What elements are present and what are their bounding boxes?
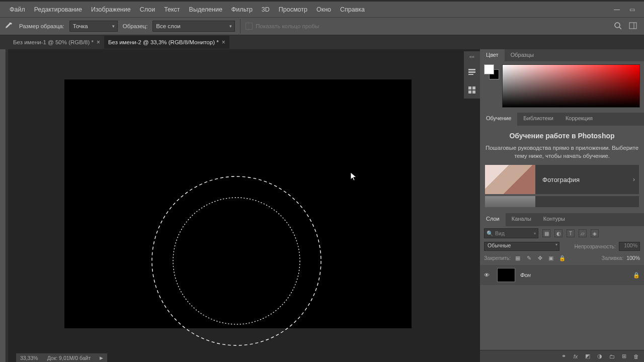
tab-color[interactable]: Цвет [480, 49, 505, 61]
link-layers-icon[interactable]: ⚭ [558, 351, 569, 361]
selection-marquee [8, 49, 461, 361]
tab-paths[interactable]: Контуры [537, 213, 571, 226]
tab-learn[interactable]: Обучение [480, 113, 517, 126]
canvas-area[interactable]: 33,33% Док: 9,01M/0 байт ▶ [8, 49, 480, 362]
minimize-button[interactable]: — [610, 5, 624, 15]
collapse-chevron-icon[interactable]: «« [469, 54, 474, 59]
mouse-cursor-icon [350, 172, 357, 181]
document-tab-1[interactable]: Без имени-1 @ 50% (RGB/8) * × [9, 36, 104, 49]
show-ring-checkbox[interactable]: Показать кольцо пробы [246, 23, 319, 30]
svg-rect-2 [629, 23, 636, 29]
color-panel-tabs: Цвет Образцы [480, 49, 644, 61]
color-picker-field[interactable] [502, 64, 640, 108]
svg-rect-9 [468, 86, 471, 89]
filter-adjust-icon[interactable]: ◐ [554, 229, 562, 237]
svg-line-1 [619, 27, 621, 29]
menu-file[interactable]: Файл [5, 3, 30, 16]
group-icon[interactable]: 🗀 [607, 351, 617, 361]
svg-rect-8 [468, 74, 473, 75]
menu-window[interactable]: Окно [312, 3, 336, 16]
filter-pixel-icon[interactable]: ▦ [542, 229, 550, 237]
visibility-eye-icon[interactable]: 👁 [484, 272, 492, 278]
card-thumbnail [485, 196, 535, 207]
layer-filter-dropdown[interactable]: 🔍Вид [484, 228, 538, 238]
svg-rect-10 [472, 86, 475, 89]
tab-label: Без имени-1 @ 50% (RGB/8) * [13, 39, 94, 45]
maximize-button[interactable]: ▭ [625, 5, 639, 15]
sample-label: Образец: [123, 23, 148, 29]
properties-panel-icon[interactable] [466, 84, 477, 96]
tab-channels[interactable]: Каналы [506, 213, 537, 226]
close-icon[interactable]: × [97, 39, 100, 46]
lock-brush-icon[interactable]: ✎ [525, 254, 533, 262]
adjustment-layer-icon[interactable]: ◑ [595, 351, 605, 361]
filter-type-icon[interactable]: T [567, 229, 575, 237]
learn-card-next[interactable] [485, 196, 639, 207]
blend-mode-dropdown[interactable]: Обычные [484, 242, 559, 251]
chevron-right-icon: › [633, 176, 639, 183]
right-panel-dock: «« Цвет Образцы Обучение Библиотеки Корр… [480, 49, 644, 362]
eyedropper-tool-icon[interactable] [3, 21, 14, 32]
lock-icon[interactable]: 🔒 [633, 272, 640, 279]
document-tab-2[interactable]: Без имени-2 @ 33,3% (RGB/8/Монитор) * × [104, 36, 229, 49]
layers-filter-row: 🔍Вид ▦ ◐ T ▱ ◈ [480, 226, 644, 240]
fill-field[interactable]: 100% [626, 255, 640, 261]
layers-blend-row: Обычные Непрозрачность: 100% [480, 240, 644, 252]
svg-rect-12 [472, 90, 475, 94]
menu-filter[interactable]: Фильтр [227, 3, 257, 16]
learn-title: Обучение работе в Photoshop [485, 132, 639, 140]
lock-all-icon[interactable]: 🔒 [558, 254, 566, 262]
workspace-icon[interactable] [629, 22, 637, 31]
filter-smart-icon[interactable]: ◈ [591, 229, 599, 237]
menu-select[interactable]: Выделение [185, 3, 227, 16]
layers-lock-row: Закрепить: ▦ ✎ ✥ ▣ 🔒 Заливка: 100% [480, 252, 644, 263]
layer-style-icon[interactable]: fx [571, 351, 581, 361]
sample-size-label: Размер образца: [19, 23, 64, 29]
menu-layer[interactable]: Слои [135, 3, 159, 16]
svg-rect-6 [468, 69, 475, 70]
learn-card-photography[interactable]: Фотография › [485, 165, 639, 194]
filter-shape-icon[interactable]: ▱ [579, 229, 587, 237]
doc-size[interactable]: Док: 9,01M/0 байт [47, 355, 91, 361]
search-icon[interactable] [614, 22, 622, 31]
layer-thumbnail[interactable] [497, 268, 515, 282]
menu-3d[interactable]: 3D [257, 3, 274, 16]
sample-size-dropdown[interactable]: Точка [69, 21, 118, 32]
delete-layer-icon[interactable]: 🗑 [631, 351, 641, 361]
menu-image[interactable]: Изображение [87, 3, 135, 16]
foreground-color-swatch[interactable] [484, 64, 494, 74]
tab-libraries[interactable]: Библиотеки [517, 113, 559, 126]
history-panel-icon[interactable] [466, 66, 477, 77]
zoom-level[interactable]: 33,33% [20, 355, 38, 361]
tab-label: Без имени-2 @ 33,3% (RGB/8/Монитор) * [108, 39, 219, 45]
svg-point-0 [615, 23, 620, 28]
layers-bottom-toolbar: ⚭ fx ◩ ◑ 🗀 ⊞ 🗑 [480, 350, 644, 362]
card-thumbnail [485, 165, 535, 194]
lock-artboard-icon[interactable]: ▣ [547, 254, 555, 262]
layer-name[interactable]: Фон [520, 272, 531, 278]
collapsed-panel-dock: «« [464, 51, 480, 99]
sample-dropdown[interactable]: Все слои [152, 21, 235, 32]
opacity-label: Непрозрачность: [575, 243, 616, 249]
menu-help[interactable]: Справка [336, 3, 369, 16]
learn-subtitle: Пошаговые руководства прямо в приложении… [485, 144, 639, 160]
layer-row-background[interactable]: 👁 Фон 🔒 [480, 265, 644, 285]
lock-transparency-icon[interactable]: ▦ [514, 254, 522, 262]
opacity-field[interactable]: 100% [619, 242, 640, 251]
menu-edit[interactable]: Редактирование [30, 3, 87, 16]
lock-position-icon[interactable]: ✥ [536, 254, 544, 262]
separator [240, 19, 240, 33]
toolbox[interactable] [0, 49, 6, 362]
menu-text[interactable]: Текст [159, 3, 184, 16]
tab-correction[interactable]: Коррекция [559, 113, 599, 126]
learn-panel: Обучение работе в Photoshop Пошаговые ру… [480, 126, 644, 213]
card-label: Фотография [535, 176, 633, 184]
fg-bg-swatches[interactable] [484, 64, 499, 79]
layer-mask-icon[interactable]: ◩ [583, 351, 593, 361]
tab-layers[interactable]: Слои [480, 213, 506, 226]
menu-view[interactable]: Просмотр [274, 3, 312, 16]
new-layer-icon[interactable]: ⊞ [619, 351, 629, 361]
close-icon[interactable]: × [222, 39, 225, 46]
chevron-right-icon[interactable]: ▶ [100, 355, 103, 360]
tab-swatches[interactable]: Образцы [505, 49, 540, 61]
